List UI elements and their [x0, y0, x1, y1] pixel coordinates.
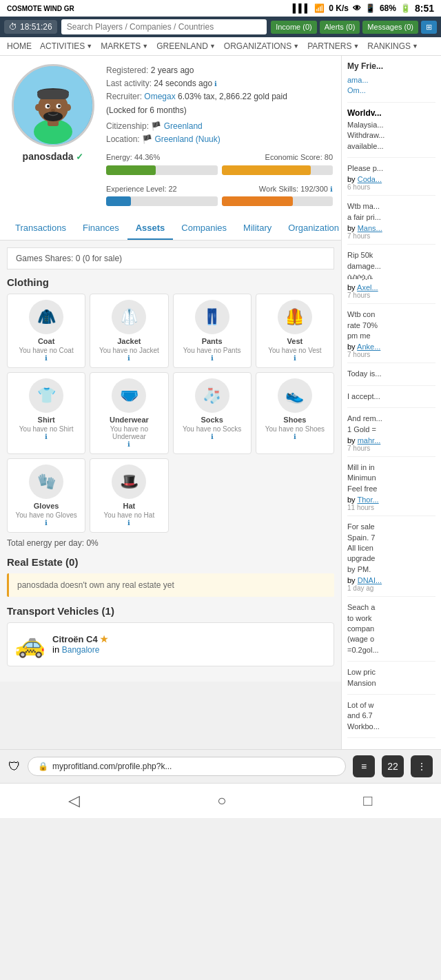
clothing-pants: 👖 Pants You have no Pants ℹ [173, 294, 252, 368]
recents-button[interactable]: □ [363, 792, 372, 810]
economic-fill [222, 165, 311, 175]
gloves-info-icon[interactable]: ℹ [45, 519, 48, 527]
profile-tabs: Transactions Finances Assets Companies M… [0, 217, 341, 241]
location-link[interactable]: Greenland (Nuuk) [154, 134, 220, 144]
recruiter-link[interactable]: Omegax [144, 92, 175, 101]
worldv-title: Worldv... [347, 108, 435, 118]
nav-activities[interactable]: ACTIVITIES▼ [40, 41, 92, 51]
jacket-icon: 🥼 [112, 300, 146, 334]
avatar-image [14, 66, 92, 145]
tab-companies[interactable]: Companies [173, 217, 235, 240]
tab-military[interactable]: Military [235, 217, 280, 240]
feed-item-mahr: And rem...1 Gold = by mahr... 7 hours [347, 414, 435, 457]
feed-worldv: Worldv... Malaysia...Withdraw...availabl… [347, 108, 435, 158]
socks-icon: 🧦 [195, 378, 229, 413]
feed-link-coda[interactable]: Coda... [358, 175, 382, 183]
citizenship-info: Citizenship: 🏴 Greenland [106, 120, 333, 133]
nav-greenland[interactable]: GREENLAND▼ [156, 41, 216, 51]
page-layout: panosdada ✓ Registered: 2 years ago Last… [0, 56, 441, 749]
clothing-gloves: 🧤 Gloves You have no Gloves ℹ [7, 458, 85, 533]
grid-button[interactable]: ⊞ [421, 21, 437, 34]
shoes-info-icon[interactable]: ℹ [294, 433, 296, 440]
feed-item-seach: Seach ato workcompan(wage o=0.2gol... [347, 602, 435, 662]
browser-actions: ≡ 22 ⋮ [353, 755, 433, 777]
shirt-icon: 👕 [29, 378, 63, 413]
hat-info-icon[interactable]: ℹ [127, 519, 130, 527]
jacket-info-icon[interactable]: ℹ [127, 354, 130, 362]
signal-icon: ▌▌▌ [293, 3, 311, 13]
feed-link-anke[interactable]: Anke... [357, 343, 380, 351]
tab-organization[interactable]: Organization [280, 217, 341, 240]
messages-button[interactable]: Messages (0) [362, 21, 418, 34]
clothing-title: Clothing [7, 276, 334, 288]
svg-point-12 [35, 104, 41, 111]
chevron-greenland-icon: ▼ [209, 43, 216, 50]
pants-info-icon[interactable]: ℹ [211, 354, 214, 362]
feed-link-axel[interactable]: Axel... [357, 283, 378, 292]
nav-organizations[interactable]: ORGANIZATIONS▼ [224, 41, 299, 51]
verified-icon: ✓ [76, 152, 83, 162]
tabs-button[interactable]: 22 [382, 755, 404, 777]
nav-home[interactable]: HOME [7, 41, 32, 51]
feed-item-lot: Lot of wand 6.7Workbo... [347, 700, 435, 738]
recruiter-info: Recruiter: Omegax 6.03% tax, 2,866.22 go… [106, 90, 333, 103]
clock: 8:51 [415, 3, 434, 14]
friend-link-1[interactable]: ama... [347, 76, 369, 84]
income-button[interactable]: Income (0) [271, 21, 317, 34]
underwear-info-icon[interactable]: ℹ [127, 440, 130, 448]
status-icons: ▌▌▌ 📶 0 K/s 👁 📱 68% 🔋 8:51 [293, 3, 434, 14]
vehicle-location-link[interactable]: Bangalore [62, 645, 100, 655]
url-box[interactable]: 🔒 myprofitland.com/profile.php?k... [28, 757, 346, 776]
vest-info-icon[interactable]: ℹ [294, 354, 296, 362]
menu-button[interactable]: ⋮ [411, 755, 433, 777]
friend-link-2[interactable]: Om... [347, 86, 366, 94]
info-activity-icon[interactable]: ℹ [214, 80, 217, 88]
game-shares-bar: Games Shares: 0 (0 for sale) [7, 247, 334, 269]
nav-rankings[interactable]: RANKINGS▼ [367, 41, 418, 51]
search-input[interactable] [61, 19, 267, 34]
nav-partners[interactable]: PARTNERS▼ [307, 41, 359, 51]
top-nav-bar: ⏱ 18:51:26 Income (0) Alerts (0) Message… [0, 17, 441, 37]
citizenship-link[interactable]: Greenland [164, 121, 203, 131]
experience-progress [106, 196, 218, 206]
svg-point-9 [58, 105, 61, 108]
experience-fill [106, 196, 131, 206]
svg-point-11 [43, 112, 63, 121]
wifi-icon: 📶 [314, 3, 325, 13]
home-button[interactable]: ○ [217, 792, 226, 810]
clothing-socks: 🧦 Socks You have no Socks ℹ [173, 372, 252, 454]
clothing-underwear: 🩲 Underwear You have no Underwear ℹ [90, 372, 168, 454]
feed-link-mahr[interactable]: mahr... [358, 436, 381, 445]
tab-assets[interactable]: Assets [127, 217, 174, 240]
carrier-info: COSMOTE WIND GR [7, 5, 74, 12]
locked-note: (Locked for 6 months) [106, 104, 333, 117]
nav-markets[interactable]: MARKETS▼ [101, 41, 148, 51]
vehicle-location: in Bangalore [52, 644, 108, 655]
tab-finances[interactable]: Finances [74, 217, 127, 240]
economic-score-progress [222, 165, 334, 175]
real-estate-title: Real Estate (0) [7, 556, 334, 568]
battery-level: 68% [380, 3, 396, 13]
energy-total: Total energy per day: 0% [7, 538, 334, 548]
svg-rect-5 [37, 90, 69, 99]
reader-button[interactable]: ≡ [353, 755, 375, 777]
work-skills-info-icon[interactable]: ℹ [330, 185, 333, 193]
socks-info-icon[interactable]: ℹ [211, 433, 214, 440]
back-button[interactable]: ◁ [68, 792, 80, 810]
feed-title: My Frie... [347, 61, 435, 71]
coat-info-icon[interactable]: ℹ [45, 354, 48, 362]
clothing-shoes: 👟 Shoes You have no Shoes ℹ [256, 372, 334, 454]
chevron-markets-icon: ▼ [142, 43, 148, 50]
feed-link-mans[interactable]: Mans... [358, 224, 382, 232]
feed-link-thor[interactable]: Thor... [357, 496, 378, 504]
server-time: ⏱ 18:51:26 [4, 20, 57, 34]
svg-point-13 [65, 104, 71, 111]
avatar [12, 64, 94, 147]
underwear-icon: 🩲 [112, 378, 146, 413]
shirt-info-icon[interactable]: ℹ [45, 433, 48, 440]
alerts-button[interactable]: Alerts (0) [320, 21, 360, 34]
hat-icon: 🎩 [112, 465, 146, 499]
energy-fill [106, 165, 156, 175]
tab-transactions[interactable]: Transactions [7, 217, 74, 240]
feed-link-dnai[interactable]: DNAI... [358, 576, 382, 584]
